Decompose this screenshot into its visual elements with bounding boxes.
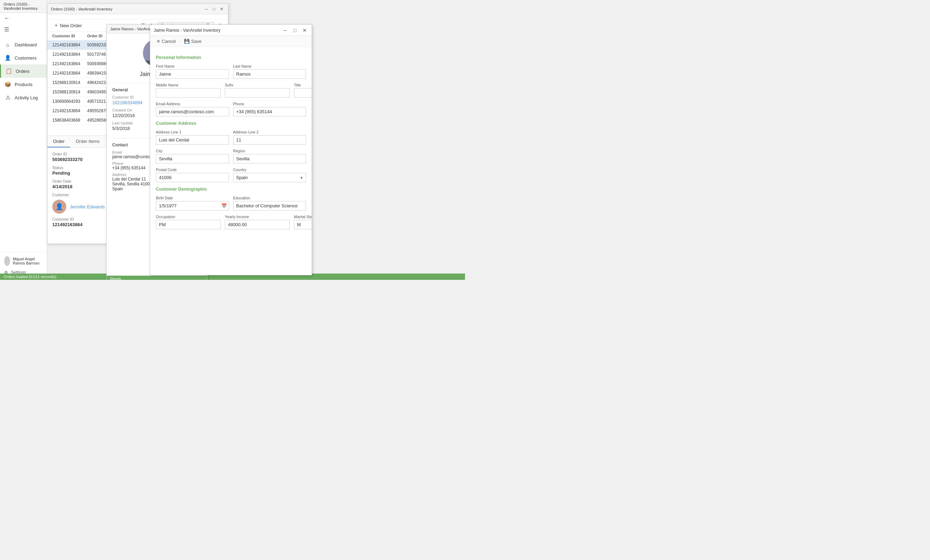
maximize-button[interactable]: □ — [211, 6, 217, 12]
back-button[interactable]: ← — [0, 13, 47, 23]
title-field: Title — [294, 83, 312, 98]
occupation-label: Occupation — [156, 215, 221, 219]
orders-titlebar: Orders (3160) - VanArsdel Inventory ─ □ … — [48, 4, 228, 14]
postal-label: Postal Code — [156, 168, 229, 172]
occupation-income-row: Occupation Yearly Income Marital Status … — [156, 215, 306, 229]
phone-field: Phone — [233, 102, 306, 116]
sidebar-item-label: Products — [15, 82, 32, 87]
birth-date-input[interactable] — [156, 201, 229, 211]
first-name-label: First Name — [156, 64, 229, 68]
close-button[interactable]: ✕ — [219, 6, 225, 12]
customer-panel-status: Ready — [107, 275, 207, 280]
edit-customer-form: Jaime Ramos - VanArsdel Inventory ─ □ ✕ … — [150, 25, 312, 275]
sidebar: Orders (3160) - VanArsdel Inventory ← ☰ … — [0, 0, 47, 280]
sidebar-titlebar: Orders (3160) - VanArsdel Inventory — [0, 0, 47, 13]
sidebar-item-label: Orders — [16, 69, 30, 74]
first-name-field: First Name — [156, 64, 229, 79]
demographic-title: Customer Demographic — [156, 186, 306, 192]
form-win-controls: ─ □ ✕ — [282, 27, 308, 34]
marital-input[interactable] — [294, 220, 312, 229]
form-maximize-button[interactable]: □ — [291, 27, 299, 34]
region-input[interactable] — [233, 154, 306, 163]
user-name: Miguel Angel Ramos Barroso — [13, 257, 43, 265]
address2-input[interactable] — [233, 135, 306, 145]
postal-country-row: Postal Code Country Spain ▼ — [156, 168, 306, 182]
marital-field: Marital Status — [294, 215, 312, 229]
phone-label: Phone — [233, 102, 306, 106]
birth-date-field: Birth Date 📅 — [156, 196, 229, 211]
marital-label: Marital Status — [294, 215, 312, 219]
cancel-icon: ✕ — [157, 39, 160, 44]
email-input[interactable] — [156, 107, 229, 116]
tab-order[interactable]: Order — [48, 136, 70, 148]
postal-field: Postal Code — [156, 168, 229, 182]
status-text: Orders loaded (0.011 seconds) — [3, 275, 57, 279]
occupation-input[interactable] — [156, 220, 221, 229]
save-label: Save — [191, 39, 202, 44]
sidebar-item-products[interactable]: 📦 Products — [0, 78, 47, 91]
cell-customer-id: 121492163864 — [52, 71, 87, 76]
personal-info-title: Personal Information — [156, 55, 306, 60]
yearly-income-input[interactable] — [225, 220, 289, 229]
region-field: Region — [233, 149, 306, 163]
new-order-button[interactable]: ＋ New Order — [52, 22, 83, 29]
hamburger-button[interactable]: ☰ — [0, 23, 47, 35]
phone-input[interactable] — [233, 107, 306, 116]
address2-label: Address Line 2 — [233, 130, 306, 134]
date-input-wrapper: 📅 — [156, 201, 229, 211]
city-region-row: City Region — [156, 149, 306, 163]
sidebar-item-customers[interactable]: 👤 Customers — [0, 51, 47, 65]
sidebar-item-label: Dashboard — [15, 42, 37, 48]
save-icon: 💾 — [184, 39, 189, 44]
education-input[interactable] — [233, 201, 306, 211]
cell-customer-id: 121492163864 — [52, 61, 87, 66]
last-name-field: Last Name — [233, 64, 306, 79]
title-input[interactable] — [294, 88, 312, 98]
sidebar-app-title: Orders (3160) - VanArsdel Inventory — [3, 2, 43, 11]
cell-customer-id: 130660664293 — [52, 98, 87, 104]
form-close-button[interactable]: ✕ — [301, 27, 308, 34]
postal-input[interactable] — [156, 173, 229, 182]
products-icon: 📦 — [4, 81, 11, 88]
birth-education-row: Birth Date 📅 Education — [156, 196, 306, 211]
address1-label: Address Line 1 — [156, 130, 229, 134]
customer-avatar: 👤 — [52, 200, 66, 214]
first-name-input[interactable] — [156, 69, 229, 79]
cell-customer-id: 158638403668 — [52, 117, 87, 123]
address1-input[interactable] — [156, 135, 229, 145]
address1-field: Address Line 1 — [156, 130, 229, 145]
yearly-income-field: Yearly Income — [225, 215, 289, 229]
education-field: Education — [233, 196, 306, 211]
cancel-button[interactable]: ✕ Cancel — [155, 38, 177, 45]
form-title: Jaime Ramos - VanArsdel Inventory — [154, 28, 220, 33]
middle-name-row: Middle Name Sufix Title — [156, 83, 306, 98]
sidebar-item-dashboard[interactable]: ⌂ Dashboard — [0, 38, 47, 51]
city-input[interactable] — [156, 154, 229, 163]
sidebar-nav: ⌂ Dashboard 👤 Customers 📋 Orders 📦 Produ… — [0, 35, 47, 252]
user-info[interactable]: Miguel Angel Ramos Barroso — [4, 256, 43, 266]
country-select[interactable]: Spain — [233, 173, 306, 182]
col-customer-id: Customer ID — [52, 33, 87, 39]
suffix-label: Sufix — [225, 83, 289, 87]
middle-name-input[interactable] — [156, 88, 221, 98]
city-label: City — [156, 149, 229, 153]
form-content: Personal Information First Name Last Nam… — [150, 47, 312, 275]
cell-customer-id: 152988130914 — [52, 80, 87, 85]
minimize-button[interactable]: ─ — [203, 6, 209, 12]
city-field: City — [156, 149, 229, 163]
email-label: Email Address — [156, 102, 229, 106]
sidebar-item-label: Customers — [15, 55, 37, 61]
address-title: Customer Address — [156, 121, 306, 126]
customer-name[interactable]: Jennifer Edwards — [70, 204, 105, 209]
sidebar-item-orders[interactable]: 📋 Orders — [0, 65, 47, 78]
title-label: Title — [294, 83, 312, 87]
form-minimize-button[interactable]: ─ — [282, 27, 289, 34]
form-toolbar: ✕ Cancel 💾 Save — [150, 36, 312, 47]
user-avatar — [4, 256, 10, 266]
save-button[interactable]: 💾 Save — [183, 38, 203, 45]
tab-order-items[interactable]: Order Items — [70, 136, 105, 148]
last-name-input[interactable] — [233, 69, 306, 79]
suffix-input[interactable] — [225, 88, 289, 98]
email-field: Email Address — [156, 102, 229, 116]
sidebar-item-activity-log[interactable]: ⚠ Activity Log — [0, 91, 47, 104]
